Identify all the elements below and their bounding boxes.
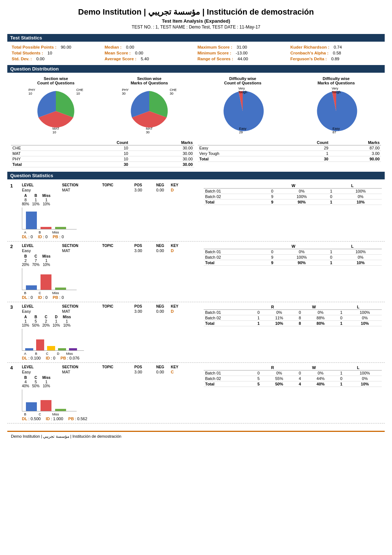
q-number-1: 1	[10, 183, 20, 239]
q2-ans-miss: Miss 1 10%	[42, 254, 50, 267]
table-row: Batch 01 00% 00% 1100%	[204, 370, 382, 376]
q3-id: ID : 0	[46, 356, 55, 360]
ferguson-label: Ferguson's Delta :	[289, 56, 328, 61]
q3-level: Easy	[22, 309, 62, 313]
easy-count-label: Easy29	[239, 127, 246, 134]
neg-header: NEG	[156, 183, 171, 187]
diff-marks-col-header: Marks	[330, 140, 381, 145]
table-row: CHE 10 30.00	[11, 145, 194, 151]
mean-score-value: 0.00	[134, 50, 145, 56]
q3-bar-chart: A B C D Miss	[22, 329, 84, 351]
mean-score-label: Mean Score :	[103, 50, 132, 56]
q4-neg: 0.00	[156, 370, 171, 374]
table-row: Batch 01 00% 1100%	[204, 249, 382, 255]
q-number-4: 4	[10, 365, 20, 421]
q3-pos: 3.00	[134, 309, 156, 313]
che-label: CHE10	[76, 88, 83, 95]
minimum-score-value: -13.00	[234, 50, 249, 56]
std-dev-value: 0.00	[35, 56, 46, 61]
total-students-value: 10	[46, 50, 54, 56]
ferguson-value: 0.89	[330, 56, 341, 61]
q3-ans-d: D 1 10%	[53, 315, 60, 327]
q3-pb: PB : 0.076	[61, 356, 80, 360]
maximum-score-label: Maximum Score :	[196, 45, 234, 50]
section-marks-chart: Section wiseMarks of Questions CHE30 MAT…	[104, 76, 194, 135]
minimum-score-label: Minimum Score :	[196, 50, 233, 56]
q3-section: MAT	[62, 309, 102, 313]
q1-topic	[102, 188, 134, 192]
total-students-label: Total Students :	[10, 50, 45, 56]
test-statistics-header: Test Statistics	[7, 34, 385, 42]
total-possible-points-label: Total Possible Points :	[10, 45, 58, 50]
key-header: KEY	[171, 183, 189, 187]
std-dev-label: Std. Dev. :	[10, 56, 33, 61]
q2-batch-table: W L Batch 01 00% 1100% Batch 02	[204, 244, 382, 266]
range-value: 44.00	[236, 56, 250, 61]
q4-ans-b: B 4 40%	[22, 376, 29, 388]
table-total-row: Total 30 90.00	[198, 156, 381, 162]
level-header: LEVEL	[22, 183, 62, 187]
section-count-chart: Section wiseCount of Questions CHE10 MAT…	[11, 76, 101, 135]
q1-ans-a: A 8 80%	[22, 194, 29, 206]
easy-marks-label: Easy87	[333, 127, 340, 134]
q3-ans-b: B 5 50%	[32, 315, 39, 327]
q4-pos: 3.00	[134, 370, 156, 374]
table-row: Batch 01 00% 1100%	[204, 189, 382, 194]
difficulty-count-title: Difficulty wiseCount of Questions	[224, 76, 261, 85]
q4-pb: PB : 0.562	[68, 417, 87, 421]
median-label: Median :	[103, 45, 123, 50]
q2-dl: DL : 0	[22, 295, 33, 300]
topic-header: TOPIC	[102, 183, 134, 187]
total-possible-points-value: 90.00	[59, 45, 73, 50]
section-marks-title: Section wiseMarks of Questions	[131, 76, 168, 85]
q2-section: MAT	[62, 248, 102, 253]
q4-ans-c: C 5 50%	[32, 376, 39, 388]
institution-title: Demo Institution | مؤسسة تجريبي | Instit…	[7, 7, 385, 17]
mat-label: MAT10	[53, 127, 59, 134]
table-row: Batch 02 9100% 00%	[204, 255, 382, 260]
page-header: Demo Institution | مؤسسة تجريبي | Instit…	[7, 4, 385, 32]
q1-ans-b: B 1 10%	[32, 194, 39, 206]
table-total-row: Total 990% 110%	[204, 260, 382, 266]
q1-ans-miss: Miss 1 10%	[42, 194, 50, 206]
q3-ans-a: A 1 10%	[22, 315, 29, 327]
table-total-row: Total 550% 440% 110%	[204, 381, 382, 387]
q3-key: D	[171, 309, 189, 313]
maximum-score-value: 31.00	[235, 45, 249, 50]
section-dist-table: Count Marks CHE 10 30.00 MAT 10	[11, 140, 194, 167]
test-meta: TEST NO. : 1, TEST NAME : Demo Test, TES…	[7, 24, 385, 30]
report-subtitle: Test Item Analysis (Expanded)	[7, 18, 385, 24]
q3-ans-c: C 2 20%	[42, 315, 50, 327]
difficulty-dist-table-container: Count Marks Easy 29 87.00 Very Tough 1	[198, 138, 381, 167]
marks-col-header: Marks	[130, 140, 194, 145]
test-statistics-section: Total Possible Points : 90.00 Median : 0…	[7, 43, 385, 63]
section-col-header	[11, 140, 65, 145]
pos-header: POS	[134, 183, 156, 187]
table-row: Batch 02 9100% 00%	[204, 194, 382, 199]
phy-marks-label: PHY30	[122, 88, 129, 95]
table-row: Easy 29 87.00	[198, 145, 381, 151]
cronbach-label: Cronbach's Alpha :	[289, 50, 330, 56]
q1-pos: 3.00	[134, 188, 156, 192]
section-dist-table-container: Count Marks CHE 10 30.00 MAT 10	[11, 138, 194, 167]
q-number-3: 3	[10, 304, 20, 360]
question-item-1: 1 LEVEL SECTION TOPIC POS NEG KEY Easy M…	[7, 181, 385, 242]
phy-label: PHY10	[28, 88, 35, 95]
q1-dl: DL : 0	[22, 235, 33, 239]
q2-neg: 0.00	[156, 248, 171, 253]
q1-neg: 0.00	[156, 188, 171, 192]
difficulty-count-chart: Difficulty wiseCount of Questions VeryTo…	[198, 76, 288, 135]
che-marks-label: CHE30	[170, 88, 177, 95]
table-row: MAT 10 30.00	[11, 151, 194, 156]
q4-id: ID : 1.000	[46, 417, 63, 421]
q4-dl: DL : 0.500	[22, 417, 41, 421]
q2-pos: 3.00	[134, 248, 156, 253]
question-item-3: 3 LEVEL SECTION TOPIC POS NEG KEY Easy M…	[7, 302, 385, 363]
q1-batch-table: W L Batch 01 00% 1100% Batch 02	[204, 183, 382, 205]
median-value: 0.00	[124, 45, 135, 50]
diff-count-col-header: Count	[279, 140, 330, 145]
average-score-value: 5.40	[139, 56, 150, 61]
q2-id: ID : 0	[38, 295, 47, 300]
q4-bar-chart: B C Miss	[22, 389, 77, 411]
q4-key: C	[171, 370, 189, 374]
